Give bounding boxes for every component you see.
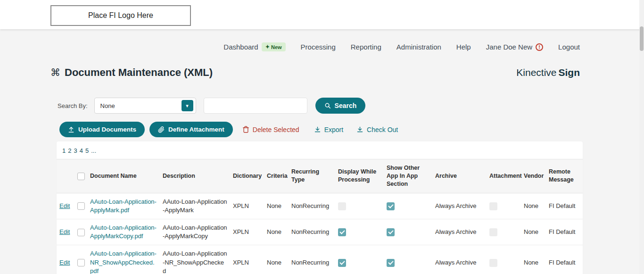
dictionary-cell: XPLN: [230, 219, 264, 245]
page-link-4[interactable]: 4: [80, 147, 83, 154]
page-link-2[interactable]: 2: [68, 147, 71, 154]
nav-help-label: Help: [456, 43, 471, 51]
paperclip-icon: [158, 126, 165, 133]
title-row: ⌘ Document Maintenance (XML) KinectiveSi…: [50, 66, 580, 79]
vendor-cell: None: [521, 219, 546, 245]
brand-logo: KinectiveSign: [516, 67, 580, 78]
pagination: 12345...: [57, 141, 583, 159]
header-vendor: Vendor: [521, 159, 546, 193]
export-button[interactable]: Export: [314, 126, 343, 133]
remote-message-cell: FI Default: [546, 193, 583, 219]
scrollbar-track[interactable]: [639, 0, 644, 274]
document-name-cell: AAuto-Loan-Application-ApplyMark.pdf: [87, 193, 160, 219]
header-document-name: Document Name: [87, 159, 160, 193]
new-badge: ✦ New: [262, 42, 286, 51]
show-other-app-cell: [384, 245, 432, 274]
nav-help[interactable]: Help: [456, 43, 471, 51]
attachment-checkbox[interactable]: [489, 228, 497, 236]
document-name-link[interactable]: AAuto-Loan-Application-ApplyMark.pdf: [90, 198, 157, 214]
nav-dashboard[interactable]: Dashboard ✦ New: [223, 42, 285, 51]
nav-user[interactable]: Jane Doe New !: [486, 43, 543, 51]
search-by-dropdown[interactable]: None ▾: [94, 98, 196, 114]
header-attachment: Attachment: [487, 159, 521, 193]
edit-link[interactable]: Edit: [59, 228, 70, 235]
command-icon: ⌘: [50, 67, 60, 78]
edit-link[interactable]: Edit: [59, 202, 70, 209]
attachment-checkbox[interactable]: [489, 259, 497, 267]
edit-cell: Edit: [57, 219, 74, 245]
show-other-app-cell: [384, 219, 432, 245]
search-button[interactable]: Search: [315, 98, 366, 114]
page-title: ⌘ Document Maintenance (XML): [50, 66, 213, 79]
fi-logo-placeholder: Place FI Logo Here: [50, 5, 191, 26]
nav-logout[interactable]: Logout: [558, 43, 580, 51]
delete-selected-label: Delete Selected: [253, 126, 299, 133]
table-row: Edit AAuto-Loan-Application-ApplyMark.pd…: [57, 193, 583, 219]
document-name-cell: AAuto-Loan-Application-NR_ShowAppChecked…: [87, 245, 160, 274]
nav-reporting[interactable]: Reporting: [351, 43, 381, 51]
edit-link[interactable]: Edit: [59, 259, 70, 266]
show-other-app-checkbox[interactable]: [387, 228, 395, 236]
edit-cell: Edit: [57, 193, 74, 219]
sparkle-icon: ✦: [265, 44, 270, 50]
chevron-down-icon[interactable]: ▾: [182, 100, 193, 111]
search-row: Search By: None ▾ Search: [58, 98, 644, 114]
check-out-button[interactable]: Check Out: [356, 126, 398, 133]
header-remote-message: Remote Message: [546, 159, 583, 193]
display-while-processing-checkbox[interactable]: [338, 228, 346, 236]
display-while-processing-cell: [335, 245, 384, 274]
select-all-checkbox[interactable]: [77, 173, 85, 180]
delete-selected-button[interactable]: Delete Selected: [242, 126, 299, 133]
upload-documents-label: Upload Documents: [78, 126, 136, 133]
attachment-cell: [487, 219, 521, 245]
define-attachment-button[interactable]: Define Attachment: [149, 122, 233, 137]
search-by-dropdown-value: None: [100, 102, 115, 109]
nav-logout-label: Logout: [558, 43, 580, 51]
criteria-cell: None: [264, 193, 289, 219]
select-cell: [74, 245, 87, 274]
attachment-cell: [487, 245, 521, 274]
display-while-processing-checkbox[interactable]: [338, 202, 346, 210]
page-link-3[interactable]: 3: [74, 147, 77, 154]
attachment-cell: [487, 193, 521, 219]
recurring-type-cell: NonRecurring: [289, 219, 335, 245]
scrollbar-thumb[interactable]: [640, 26, 644, 51]
alert-icon: !: [536, 43, 543, 51]
header-select: [74, 159, 87, 193]
nav-processing[interactable]: Processing: [301, 43, 336, 51]
row-select-checkbox[interactable]: [77, 259, 85, 266]
header-dictionary: Dictionary: [230, 159, 264, 193]
document-name-cell: AAuto-Loan-Application-ApplyMarkCopy.pdf: [87, 219, 160, 245]
show-other-app-cell: [384, 193, 432, 219]
upload-documents-button[interactable]: Upload Documents: [59, 122, 145, 137]
page-link-more[interactable]: ...: [91, 147, 96, 154]
search-button-label: Search: [335, 102, 357, 109]
brand-name: Kinective: [516, 67, 556, 78]
row-select-checkbox[interactable]: [77, 202, 85, 210]
archive-cell: Always Archive: [432, 245, 487, 274]
table-row: Edit AAuto-Loan-Application-ApplyMarkCop…: [57, 219, 583, 245]
page-link-5[interactable]: 5: [85, 147, 89, 154]
nav-administration[interactable]: Administration: [396, 43, 441, 51]
edit-cell: Edit: [57, 245, 74, 274]
row-select-checkbox[interactable]: [77, 229, 85, 236]
show-other-app-checkbox[interactable]: [387, 202, 395, 210]
document-name-link[interactable]: AAuto-Loan-Application-NR_ShowAppChecked…: [90, 250, 157, 274]
remote-message-cell: FI Default: [546, 245, 583, 274]
check-out-label: Check Out: [367, 126, 398, 133]
table-row: Edit AAuto-Loan-Application-NR_ShowAppCh…: [57, 245, 583, 274]
display-while-processing-cell: [335, 193, 384, 219]
show-other-app-checkbox[interactable]: [387, 259, 395, 267]
define-attachment-label: Define Attachment: [168, 126, 224, 133]
toolbar: Upload Documents Define Attachment Delet…: [59, 122, 644, 137]
document-name-link[interactable]: AAuto-Loan-Application-ApplyMarkCopy.pdf: [90, 224, 157, 240]
vendor-cell: None: [521, 193, 546, 219]
search-input[interactable]: [204, 98, 307, 114]
nav-dashboard-label: Dashboard: [223, 43, 258, 51]
display-while-processing-checkbox[interactable]: [338, 259, 346, 267]
brand-product: Sign: [559, 67, 580, 78]
header-show-other-app: Show Other App In App Section: [384, 159, 432, 193]
page-link-1[interactable]: 1: [62, 147, 66, 154]
recurring-type-cell: NonRecurring: [289, 245, 335, 274]
attachment-checkbox[interactable]: [489, 202, 497, 210]
